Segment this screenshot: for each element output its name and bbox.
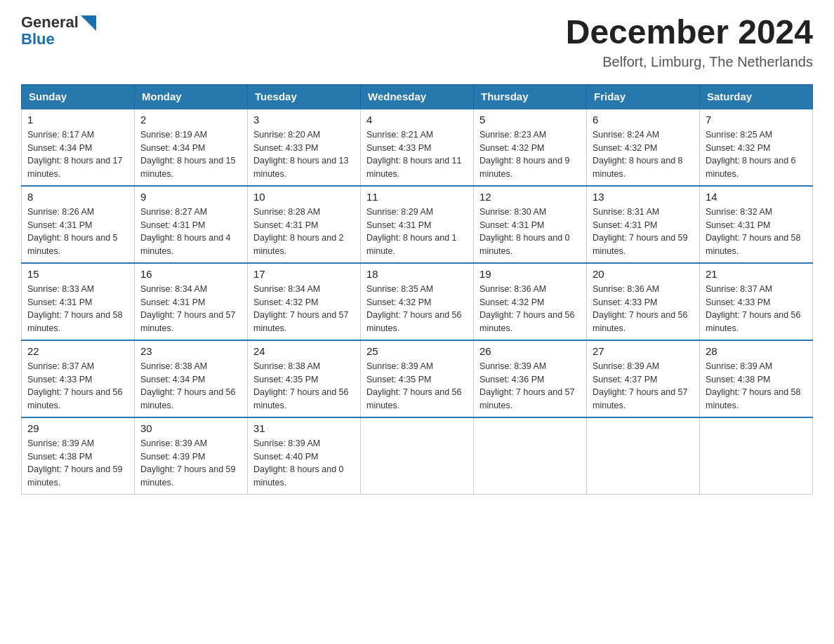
day-number: 13 bbox=[593, 191, 694, 203]
calendar-cell: 9Sunrise: 8:27 AMSunset: 4:31 PMDaylight… bbox=[135, 186, 248, 263]
day-number: 1 bbox=[27, 114, 128, 126]
day-number: 3 bbox=[253, 114, 355, 126]
day-info: Sunrise: 8:26 AMSunset: 4:31 PMDaylight:… bbox=[27, 206, 128, 258]
calendar-cell bbox=[587, 417, 700, 495]
calendar-cell: 8Sunrise: 8:26 AMSunset: 4:31 PMDaylight… bbox=[22, 186, 135, 263]
day-info: Sunrise: 8:34 AMSunset: 4:31 PMDaylight:… bbox=[140, 283, 241, 335]
calendar-cell: 29Sunrise: 8:39 AMSunset: 4:38 PMDayligh… bbox=[22, 417, 135, 495]
day-number: 12 bbox=[479, 191, 581, 203]
calendar-cell: 11Sunrise: 8:29 AMSunset: 4:31 PMDayligh… bbox=[361, 186, 474, 263]
day-info: Sunrise: 8:39 AMSunset: 4:37 PMDaylight:… bbox=[593, 360, 694, 412]
header-tuesday: Tuesday bbox=[248, 84, 361, 109]
day-number: 21 bbox=[706, 268, 807, 280]
calendar-location: Belfort, Limburg, The Netherlands bbox=[566, 54, 813, 70]
day-number: 5 bbox=[479, 114, 581, 126]
logo: General Blue bbox=[21, 14, 96, 48]
header-saturday: Saturday bbox=[700, 84, 813, 109]
calendar-cell: 12Sunrise: 8:30 AMSunset: 4:31 PMDayligh… bbox=[474, 186, 587, 263]
day-number: 6 bbox=[593, 114, 694, 126]
day-info: Sunrise: 8:35 AMSunset: 4:32 PMDaylight:… bbox=[366, 283, 468, 335]
day-number: 11 bbox=[366, 191, 468, 203]
calendar-cell: 15Sunrise: 8:33 AMSunset: 4:31 PMDayligh… bbox=[22, 263, 135, 340]
header-wednesday: Wednesday bbox=[361, 84, 474, 109]
header-monday: Monday bbox=[135, 84, 248, 109]
calendar-week-row: 29Sunrise: 8:39 AMSunset: 4:38 PMDayligh… bbox=[22, 417, 813, 495]
day-info: Sunrise: 8:17 AMSunset: 4:34 PMDaylight:… bbox=[27, 128, 128, 181]
day-info: Sunrise: 8:37 AMSunset: 4:33 PMDaylight:… bbox=[706, 283, 807, 335]
calendar-title-area: December 2024 Belfort, Limburg, The Neth… bbox=[566, 14, 813, 70]
day-info: Sunrise: 8:31 AMSunset: 4:31 PMDaylight:… bbox=[593, 206, 694, 258]
calendar-week-row: 22Sunrise: 8:37 AMSunset: 4:33 PMDayligh… bbox=[22, 340, 813, 417]
day-number: 25 bbox=[366, 345, 468, 357]
svg-marker-0 bbox=[81, 15, 96, 31]
calendar-cell: 21Sunrise: 8:37 AMSunset: 4:33 PMDayligh… bbox=[700, 263, 813, 340]
day-number: 7 bbox=[706, 114, 807, 126]
logo-text-blue: Blue bbox=[21, 31, 96, 48]
day-number: 14 bbox=[706, 191, 807, 203]
day-number: 4 bbox=[366, 114, 468, 126]
day-info: Sunrise: 8:33 AMSunset: 4:31 PMDaylight:… bbox=[27, 283, 128, 335]
calendar-cell: 13Sunrise: 8:31 AMSunset: 4:31 PMDayligh… bbox=[587, 186, 700, 263]
day-info: Sunrise: 8:38 AMSunset: 4:34 PMDaylight:… bbox=[140, 360, 241, 412]
calendar-table: SundayMondayTuesdayWednesdayThursdayFrid… bbox=[21, 84, 813, 495]
calendar-cell: 3Sunrise: 8:20 AMSunset: 4:33 PMDaylight… bbox=[248, 109, 361, 186]
calendar-header-row: SundayMondayTuesdayWednesdayThursdayFrid… bbox=[22, 84, 813, 109]
day-info: Sunrise: 8:28 AMSunset: 4:31 PMDaylight:… bbox=[253, 206, 355, 258]
calendar-cell: 23Sunrise: 8:38 AMSunset: 4:34 PMDayligh… bbox=[135, 340, 248, 417]
calendar-cell bbox=[474, 417, 587, 495]
day-info: Sunrise: 8:34 AMSunset: 4:32 PMDaylight:… bbox=[253, 283, 355, 335]
calendar-cell: 10Sunrise: 8:28 AMSunset: 4:31 PMDayligh… bbox=[248, 186, 361, 263]
calendar-cell: 1Sunrise: 8:17 AMSunset: 4:34 PMDaylight… bbox=[22, 109, 135, 186]
day-number: 28 bbox=[706, 345, 807, 357]
day-number: 9 bbox=[140, 191, 241, 203]
calendar-cell: 28Sunrise: 8:39 AMSunset: 4:38 PMDayligh… bbox=[700, 340, 813, 417]
day-info: Sunrise: 8:39 AMSunset: 4:39 PMDaylight:… bbox=[140, 437, 241, 490]
day-number: 17 bbox=[253, 268, 355, 280]
calendar-cell: 6Sunrise: 8:24 AMSunset: 4:32 PMDaylight… bbox=[587, 109, 700, 186]
calendar-week-row: 1Sunrise: 8:17 AMSunset: 4:34 PMDaylight… bbox=[22, 109, 813, 186]
day-number: 20 bbox=[593, 268, 694, 280]
day-info: Sunrise: 8:30 AMSunset: 4:31 PMDaylight:… bbox=[479, 206, 581, 258]
header-thursday: Thursday bbox=[474, 84, 587, 109]
calendar-cell: 18Sunrise: 8:35 AMSunset: 4:32 PMDayligh… bbox=[361, 263, 474, 340]
day-info: Sunrise: 8:23 AMSunset: 4:32 PMDaylight:… bbox=[479, 128, 581, 181]
day-number: 23 bbox=[140, 345, 241, 357]
day-info: Sunrise: 8:21 AMSunset: 4:33 PMDaylight:… bbox=[366, 128, 468, 181]
day-number: 10 bbox=[253, 191, 355, 203]
day-info: Sunrise: 8:24 AMSunset: 4:32 PMDaylight:… bbox=[593, 128, 694, 181]
day-number: 29 bbox=[27, 422, 128, 434]
calendar-cell: 14Sunrise: 8:32 AMSunset: 4:31 PMDayligh… bbox=[700, 186, 813, 263]
calendar-month-year: December 2024 bbox=[566, 14, 813, 51]
day-info: Sunrise: 8:36 AMSunset: 4:33 PMDaylight:… bbox=[593, 283, 694, 335]
logo-text-general: General bbox=[21, 14, 96, 31]
day-number: 26 bbox=[479, 345, 581, 357]
calendar-week-row: 15Sunrise: 8:33 AMSunset: 4:31 PMDayligh… bbox=[22, 263, 813, 340]
day-info: Sunrise: 8:36 AMSunset: 4:32 PMDaylight:… bbox=[479, 283, 581, 335]
day-number: 18 bbox=[366, 268, 468, 280]
day-info: Sunrise: 8:39 AMSunset: 4:35 PMDaylight:… bbox=[366, 360, 468, 412]
calendar-cell: 5Sunrise: 8:23 AMSunset: 4:32 PMDaylight… bbox=[474, 109, 587, 186]
calendar-cell bbox=[700, 417, 813, 495]
calendar-cell: 4Sunrise: 8:21 AMSunset: 4:33 PMDaylight… bbox=[361, 109, 474, 186]
day-info: Sunrise: 8:38 AMSunset: 4:35 PMDaylight:… bbox=[253, 360, 355, 412]
calendar-cell: 17Sunrise: 8:34 AMSunset: 4:32 PMDayligh… bbox=[248, 263, 361, 340]
calendar-cell: 19Sunrise: 8:36 AMSunset: 4:32 PMDayligh… bbox=[474, 263, 587, 340]
calendar-cell: 16Sunrise: 8:34 AMSunset: 4:31 PMDayligh… bbox=[135, 263, 248, 340]
day-number: 19 bbox=[479, 268, 581, 280]
day-info: Sunrise: 8:39 AMSunset: 4:40 PMDaylight:… bbox=[253, 437, 355, 490]
day-info: Sunrise: 8:39 AMSunset: 4:38 PMDaylight:… bbox=[706, 360, 807, 412]
calendar-cell: 24Sunrise: 8:38 AMSunset: 4:35 PMDayligh… bbox=[248, 340, 361, 417]
day-info: Sunrise: 8:39 AMSunset: 4:38 PMDaylight:… bbox=[27, 437, 128, 490]
day-info: Sunrise: 8:27 AMSunset: 4:31 PMDaylight:… bbox=[140, 206, 241, 258]
calendar-cell: 22Sunrise: 8:37 AMSunset: 4:33 PMDayligh… bbox=[22, 340, 135, 417]
day-number: 24 bbox=[253, 345, 355, 357]
calendar-cell: 7Sunrise: 8:25 AMSunset: 4:32 PMDaylight… bbox=[700, 109, 813, 186]
calendar-week-row: 8Sunrise: 8:26 AMSunset: 4:31 PMDaylight… bbox=[22, 186, 813, 263]
day-number: 16 bbox=[140, 268, 241, 280]
calendar-cell: 31Sunrise: 8:39 AMSunset: 4:40 PMDayligh… bbox=[248, 417, 361, 495]
calendar-cell: 30Sunrise: 8:39 AMSunset: 4:39 PMDayligh… bbox=[135, 417, 248, 495]
calendar-cell: 26Sunrise: 8:39 AMSunset: 4:36 PMDayligh… bbox=[474, 340, 587, 417]
calendar-cell bbox=[361, 417, 474, 495]
day-info: Sunrise: 8:25 AMSunset: 4:32 PMDaylight:… bbox=[706, 128, 807, 181]
calendar-cell: 27Sunrise: 8:39 AMSunset: 4:37 PMDayligh… bbox=[587, 340, 700, 417]
